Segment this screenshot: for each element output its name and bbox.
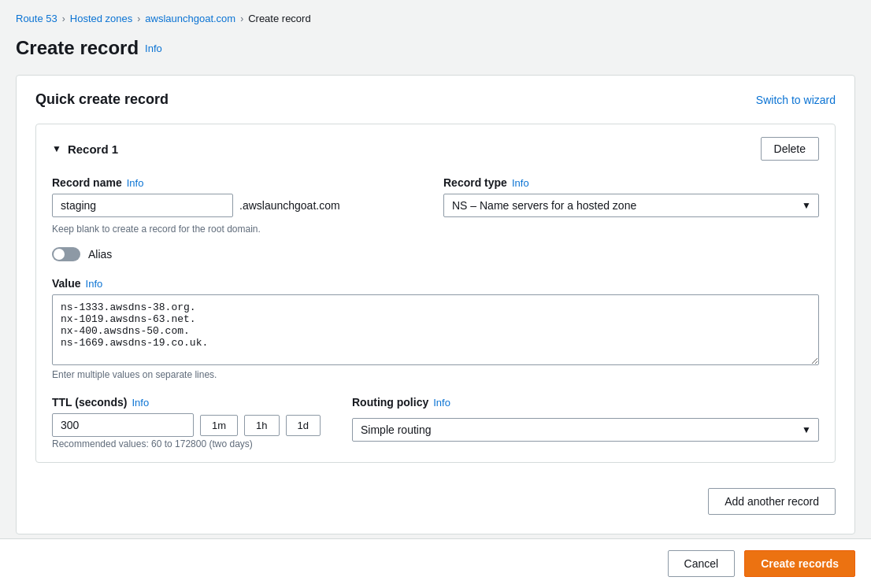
breadcrumb-sep-2: › bbox=[137, 13, 140, 24]
record-type-group: Record type Info NS – Name servers for a… bbox=[443, 176, 819, 217]
page-title: Create record bbox=[16, 37, 139, 59]
value-textarea[interactable]: ns-1333.awsdns-38.org. nx-1019.awsdns-63… bbox=[52, 294, 819, 365]
value-label: Value Info bbox=[52, 277, 819, 290]
record-name-info-link[interactable]: Info bbox=[127, 177, 144, 189]
card-footer-actions: Add another record bbox=[35, 475, 836, 518]
alias-row: Alias bbox=[52, 247, 819, 261]
breadcrumb-current: Create record bbox=[248, 13, 310, 24]
routing-policy-select-wrapper: Simple routing ▼ bbox=[352, 418, 819, 442]
alias-toggle[interactable] bbox=[52, 247, 80, 261]
switch-wizard-link[interactable]: Switch to wizard bbox=[756, 94, 836, 106]
routing-policy-group: Routing policy Info Simple routing ▼ bbox=[352, 396, 819, 442]
create-records-button[interactable]: Create records bbox=[744, 550, 855, 577]
add-another-record-button[interactable]: Add another record bbox=[708, 488, 836, 515]
page-title-row: Create record Info bbox=[16, 37, 855, 59]
page-info-link[interactable]: Info bbox=[145, 43, 162, 54]
routing-policy-select[interactable]: Simple routing bbox=[352, 418, 819, 442]
record-section-header: ▼ Record 1 Delete bbox=[52, 137, 819, 161]
record-name-input-row: .awslaunchgoat.com bbox=[52, 194, 428, 217]
record-name-input[interactable] bbox=[52, 194, 233, 217]
record-type-info-link[interactable]: Info bbox=[512, 177, 529, 189]
breadcrumb: Route 53 › Hosted zones › awslaunchgoat.… bbox=[16, 13, 855, 24]
record-section: ▼ Record 1 Delete Record name Info bbox=[35, 124, 836, 463]
ttl-hint: Recommended values: 60 to 172800 (two da… bbox=[52, 438, 253, 449]
breadcrumb-sep-3: › bbox=[240, 13, 243, 24]
ttl-info-link[interactable]: Info bbox=[132, 397, 149, 409]
value-section: Value Info ns-1333.awsdns-38.org. nx-101… bbox=[52, 277, 819, 380]
breadcrumb-sep-1: › bbox=[62, 13, 65, 24]
record-type-label: Record type Info bbox=[443, 176, 819, 189]
collapse-icon[interactable]: ▼ bbox=[52, 143, 61, 154]
routing-policy-info-link[interactable]: Info bbox=[433, 397, 450, 409]
breadcrumb-domain[interactable]: awslaunchgoat.com bbox=[145, 13, 235, 24]
breadcrumb-route53[interactable]: Route 53 bbox=[16, 13, 57, 24]
value-info-link[interactable]: Info bbox=[86, 278, 103, 290]
delete-button[interactable]: Delete bbox=[761, 137, 819, 161]
card-header: Quick create record Switch to wizard bbox=[35, 91, 836, 108]
ttl-1h-button[interactable]: 1h bbox=[244, 415, 279, 436]
routing-policy-label: Routing policy Info bbox=[352, 396, 819, 409]
record-name-label: Record name Info bbox=[52, 176, 428, 189]
ttl-group: TTL (seconds) Info 1m 1h 1d Recommended … bbox=[52, 396, 321, 449]
bottom-bar: Cancel Create records bbox=[0, 538, 871, 588]
ttl-label: TTL (seconds) Info bbox=[52, 396, 321, 409]
record-name-hint: Keep blank to create a record for the ro… bbox=[52, 224, 428, 235]
toggle-knob bbox=[54, 249, 65, 260]
record-name-type-row: Record name Info .awslaunchgoat.com Keep… bbox=[52, 176, 819, 235]
ttl-input-row: 1m 1h 1d bbox=[52, 413, 321, 437]
record-name-group: Record name Info .awslaunchgoat.com Keep… bbox=[52, 176, 428, 235]
cancel-button[interactable]: Cancel bbox=[668, 550, 736, 577]
card-title: Quick create record bbox=[35, 91, 169, 108]
main-card: Quick create record Switch to wizard ▼ R… bbox=[16, 75, 855, 534]
record-section-title: ▼ Record 1 bbox=[52, 142, 118, 156]
ttl-routing-row: TTL (seconds) Info 1m 1h 1d Recommended … bbox=[52, 396, 819, 449]
alias-label: Alias bbox=[88, 248, 112, 261]
ttl-1m-button[interactable]: 1m bbox=[200, 415, 238, 436]
breadcrumb-hosted-zones[interactable]: Hosted zones bbox=[70, 13, 133, 24]
value-hint: Enter multiple values on separate lines. bbox=[52, 369, 217, 380]
ttl-input[interactable] bbox=[52, 413, 194, 437]
record-title-text: Record 1 bbox=[68, 142, 118, 156]
record-type-select-wrapper: NS – Name servers for a hosted zone ▼ bbox=[443, 194, 819, 217]
record-type-select[interactable]: NS – Name servers for a hosted zone bbox=[443, 194, 819, 217]
domain-suffix: .awslaunchgoat.com bbox=[239, 199, 340, 212]
ttl-1d-button[interactable]: 1d bbox=[286, 415, 321, 436]
